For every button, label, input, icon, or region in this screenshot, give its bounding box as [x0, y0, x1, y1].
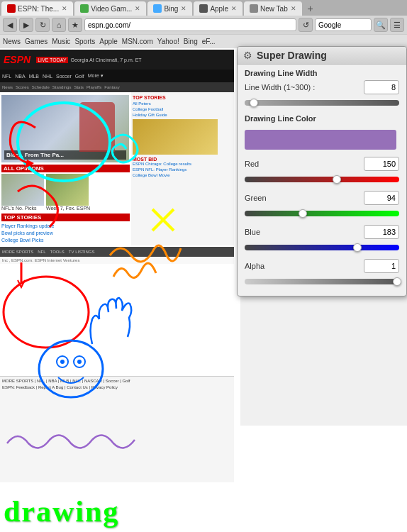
- blue-thumb[interactable]: [353, 243, 362, 252]
- espn-side-3[interactable]: Holiday Gift Guide: [133, 113, 233, 118]
- tab-newtab[interactable]: New Tab ✕: [244, 1, 302, 16]
- espn-opinion-items: NFL's No. Picks Week 7, Fox. ESPN: [1, 174, 130, 211]
- espn-body: Blac... From The Pa... ALL OPINIONS NFL'…: [0, 92, 234, 245]
- red-input[interactable]: [364, 157, 399, 171]
- espn-sub-news[interactable]: News: [2, 85, 13, 89]
- bookmark-msn[interactable]: MSN.com: [122, 38, 153, 45]
- settings-title-bar: ⚙ Super Drawing: [238, 47, 406, 65]
- espn-gift-image: [133, 119, 218, 155]
- search-bar[interactable]: Google: [315, 18, 372, 31]
- green-track[interactable]: [245, 211, 399, 216]
- bookmark-sports[interactable]: Sports: [74, 38, 95, 45]
- bookmark-button[interactable]: ★: [68, 18, 82, 32]
- tab-apple-close[interactable]: ✕: [231, 5, 237, 12]
- red-thumb[interactable]: [333, 175, 341, 184]
- red-row: Red: [245, 157, 399, 171]
- espn-nav-nfl[interactable]: NFL: [2, 74, 11, 79]
- espn-thumb-2: [46, 174, 89, 206]
- espn-side-1[interactable]: All Peters: [133, 101, 233, 107]
- espn-sub-standings[interactable]: Standings: [52, 85, 72, 89]
- settings-nav-button[interactable]: ☰: [390, 18, 404, 32]
- espn-nav-nba[interactable]: NBA: [15, 74, 25, 79]
- espn-most-bid-list: ESPN Chicago: College results ESPN NFL: …: [133, 162, 233, 178]
- blue-track[interactable]: [245, 245, 399, 250]
- tab-newtab-close[interactable]: ✕: [291, 5, 296, 12]
- bookmark-ef[interactable]: eF...: [202, 38, 216, 45]
- blue-section: Blue: [238, 221, 406, 243]
- forward-button[interactable]: ▶: [19, 18, 33, 32]
- green-row: Green: [245, 191, 399, 205]
- search-go-button[interactable]: 🔍: [374, 18, 388, 32]
- alpha-input[interactable]: [364, 259, 399, 273]
- reload-button[interactable]: ↻: [35, 18, 50, 32]
- espn-story-1[interactable]: Player Rankings update: [1, 223, 130, 230]
- espn-nav-nhl[interactable]: NHL: [43, 74, 52, 79]
- espn-main-image: Blac... From The Pa...: [1, 95, 129, 162]
- line-width-input[interactable]: [364, 80, 399, 94]
- green-thumb[interactable]: [299, 209, 307, 218]
- tab-espn-label: ESPN: The...: [18, 5, 59, 13]
- espn-sub-playoffs[interactable]: Playoffs: [87, 85, 101, 89]
- espn-copyright: Inc , ESPN.com: ESPN Internet Ventures: [2, 258, 232, 262]
- settings-panel: ⚙ Super Drawing Drawing Line Width Line …: [237, 46, 407, 297]
- tab-bing-close[interactable]: ✕: [181, 5, 186, 12]
- settings-gear-icon: ⚙: [243, 50, 252, 61]
- bookmark-apple[interactable]: Apple: [99, 38, 118, 45]
- espn-side-2[interactable]: College Football: [133, 107, 233, 113]
- espn-nav-more[interactable]: More ▾: [88, 73, 104, 79]
- espn-sub-stats[interactable]: Stats: [74, 85, 84, 89]
- red-label: Red: [245, 160, 364, 168]
- bookmark-news[interactable]: News: [3, 38, 21, 45]
- line-width-slider-container[interactable]: [245, 100, 399, 106]
- espn-bid-1[interactable]: ESPN Chicago: College results: [133, 162, 233, 167]
- bookmark-bing[interactable]: Bing: [184, 38, 198, 45]
- espn-nav-golf[interactable]: Golf: [75, 74, 84, 79]
- espn-nav-mlb[interactable]: MLB: [29, 74, 39, 79]
- espn-bid-2[interactable]: ESPN NFL: Player Rankings: [133, 167, 233, 173]
- espn-story-2[interactable]: Bowl picks and preview: [1, 230, 130, 237]
- espn-footer-1: MORE SPORTS: [2, 250, 33, 254]
- tab-apple[interactable]: Apple ✕: [194, 1, 242, 16]
- red-slider-container[interactable]: [245, 177, 399, 182]
- espn-sub-schedule[interactable]: Schedule: [32, 85, 50, 89]
- line-width-thumb[interactable]: [250, 99, 258, 107]
- espn-most-bid: MOST BID: [133, 157, 233, 162]
- tab-espn-close[interactable]: ✕: [62, 5, 67, 12]
- address-text: espn.go.com/: [88, 21, 130, 29]
- alpha-slider-container[interactable]: [245, 279, 399, 284]
- bookmark-music[interactable]: Music: [52, 38, 70, 45]
- address-bar[interactable]: espn.go.com/: [84, 18, 296, 31]
- tab-espn[interactable]: ESPN: The... ✕: [1, 1, 73, 16]
- red-section: Red: [238, 153, 406, 175]
- refresh-button[interactable]: ↺: [299, 18, 313, 32]
- bottom-links: MORE SPORTS | NFL | NBA | MLB | NHL | NA…: [0, 377, 234, 392]
- new-tab-button[interactable]: +: [303, 1, 318, 16]
- espn-nav[interactable]: NFL NBA MLB NHL Soccer Golf More ▾: [0, 70, 234, 82]
- alpha-thumb[interactable]: [393, 277, 401, 286]
- espn-sub-nav[interactable]: News Scores Schedule Standings Stats Pla…: [0, 82, 234, 92]
- espn-sub-fantasy[interactable]: Fantasy: [104, 85, 119, 89]
- blue-slider-container[interactable]: [245, 245, 399, 250]
- line-width-title: Drawing Line Width: [245, 69, 399, 77]
- home-button[interactable]: ⌂: [52, 18, 66, 32]
- green-slider-container[interactable]: [245, 211, 399, 216]
- tab-video-label: Video Gam...: [91, 5, 132, 13]
- green-input[interactable]: [364, 191, 399, 205]
- espn-sub-scores[interactable]: Scores: [16, 85, 29, 89]
- tab-bing[interactable]: Bing ✕: [147, 1, 192, 16]
- espn-top-stories-header: TOP STORIES: [1, 214, 130, 221]
- espn-main-col: Blac... From The Pa... ALL OPINIONS NFL'…: [0, 92, 131, 245]
- alpha-track[interactable]: [245, 279, 399, 284]
- espn-story-3[interactable]: College Bowl Picks: [1, 237, 130, 244]
- tab-video-games[interactable]: Video Gam... ✕: [74, 1, 146, 16]
- back-button[interactable]: ◀: [3, 18, 17, 32]
- tab-video-close[interactable]: ✕: [135, 5, 140, 12]
- espn-nav-soccer[interactable]: Soccer: [56, 74, 72, 79]
- blue-input[interactable]: [364, 225, 399, 239]
- line-width-track[interactable]: [245, 100, 399, 106]
- red-track[interactable]: [245, 177, 399, 182]
- bookmark-yahoo[interactable]: Yahoo!: [157, 38, 179, 45]
- espn-bid-3[interactable]: College Bowl Movie: [133, 173, 233, 179]
- bookmark-games[interactable]: Games: [25, 38, 48, 45]
- espn-footer-4: TV LISTINGS: [69, 250, 95, 254]
